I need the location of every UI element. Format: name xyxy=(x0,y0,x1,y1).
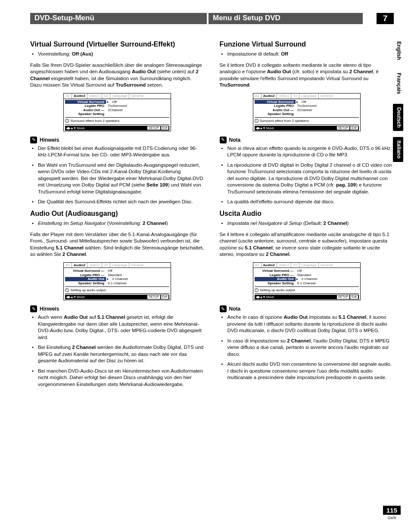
preset-line: Impostata nel Navigatore di Setup (Defau… xyxy=(220,220,394,227)
header-bar: DVD-Setup-Menü Menu di Setup DVD 7 xyxy=(30,13,394,24)
list-item: La qualità dell'effetto surround dipende… xyxy=(220,199,394,205)
header-title-left: DVD-Setup-Menü xyxy=(30,13,207,24)
note-list: Anche in caso di opzione Audio Out impos… xyxy=(220,314,394,381)
info-icon: i xyxy=(255,119,258,123)
list-item: Anche in caso di opzione Audio Out impos… xyxy=(220,314,394,334)
preset-line: Voreinstellung: Off (Aus) xyxy=(30,51,205,58)
language-tabs: English Français Deutsch Italiano xyxy=(393,38,403,162)
menu-tabs: A1Audio2Video1V2LanguageGeneral xyxy=(63,262,171,268)
note-list: Der Effekt bleibt bei einer Audiosignalq… xyxy=(30,145,205,205)
lang-tab-english[interactable]: English xyxy=(393,38,403,63)
setup-menu-screenshot: A1Audio2Video1V2LanguageGeneral Virtual … xyxy=(253,93,361,131)
lang-tab-deutsch[interactable]: Deutsch xyxy=(393,104,403,131)
nav-arrows-icon: ◀▶▲▼ xyxy=(255,295,265,299)
nav-arrows-icon: ◀▶▲▼ xyxy=(255,126,265,130)
note-list: Non si rileva alcun effetto quando la so… xyxy=(220,145,394,205)
chapter-number: 7 xyxy=(377,13,394,24)
menu-rows: Virtual Surround▸OffLegato PROTruSurroun… xyxy=(65,100,169,116)
info-icon: i xyxy=(255,288,258,292)
list-item: Der Effekt bleibt bei einer Audiosignalq… xyxy=(30,145,205,159)
list-item: La riproduzione di DVD digitali in Dolby… xyxy=(220,162,394,196)
column-german: Virtual Surround (Virtueller Surround-Ef… xyxy=(30,37,205,392)
paragraph: Falls Sie Ihren DVD-Spieler ausschließli… xyxy=(30,62,205,89)
section-title: Uscita Audio xyxy=(220,210,394,218)
paragraph: Falls der Player mit dem Verstärker über… xyxy=(30,231,205,258)
column-italian: Funzione Virtual Surround Impostazione d… xyxy=(220,37,394,392)
list-item: Die Qualität des Surround-Effekts richte… xyxy=(30,199,205,205)
info-icon: i xyxy=(65,288,69,292)
section-title: Funzione Virtual Surround xyxy=(220,40,394,48)
paragraph: Se il lettore DVD è collegato soltanto m… xyxy=(220,62,394,89)
page-number-badge: 115 Ge/It xyxy=(383,506,401,520)
note-icon: ✎ xyxy=(220,305,227,312)
note-list: Auch wenn Audio Out auf 5.1 Channel gese… xyxy=(30,314,205,388)
note-label: Nota xyxy=(229,306,241,312)
note-icon: ✎ xyxy=(30,305,37,312)
preset-line: Impostazione di default: Off xyxy=(220,51,394,58)
list-item: Alcuni dischi audio DVD non consentono l… xyxy=(220,361,394,381)
menu-rows: Virtual Surround —OffLegato PRO —Standar… xyxy=(255,269,359,285)
nav-arrows-icon: ◀▶▲▼ xyxy=(66,126,76,130)
menu-tabs: A1Audio2Video1V2LanguageGeneral xyxy=(63,93,171,99)
note-icon: ✎ xyxy=(30,137,37,143)
lang-tab-francais[interactable]: Français xyxy=(393,69,403,97)
list-item: Non si rileva alcun effetto quando la so… xyxy=(220,145,394,159)
list-item: Auch wenn Audio Out auf 5.1 Channel gese… xyxy=(30,314,205,341)
note-icon: ✎ xyxy=(220,137,227,143)
list-item: Bei Wahl von TruSurround wird der Digita… xyxy=(30,162,205,196)
note-label: Hinweis xyxy=(40,306,59,312)
list-item: In caso di impostazione su 2 Channel, l'… xyxy=(220,338,394,358)
info-icon: i xyxy=(65,119,69,123)
section-title: Audio Out (Audioausgang) xyxy=(30,210,205,218)
menu-rows: Virtual Surround —OffLegato PRO —Standar… xyxy=(65,269,169,285)
list-item: Bei Einstellung 2 Channel werden die Aud… xyxy=(30,344,205,364)
menu-tabs: A1Audio2Video1V2LanguageGeneral xyxy=(253,262,361,268)
header-title-mid: Menu di Setup DVD xyxy=(209,13,363,24)
setup-menu-screenshot: A1Audio2Video1V2LanguageGeneral Virtual … xyxy=(253,262,361,301)
setup-menu-screenshot: A1Audio2Video1V2LanguageGeneral Virtual … xyxy=(63,262,171,301)
list-item: Bei manchen DVD-Audio-Discs ist ein Heru… xyxy=(30,368,205,388)
paragraph: Se il lettore è collegato all'amplificat… xyxy=(220,231,394,258)
menu-rows: Virtual Surround▸OffLegato PROTruSurroun… xyxy=(255,100,359,116)
nav-arrows-icon: ◀▶▲▼ xyxy=(66,295,76,299)
note-label: Hinweis xyxy=(40,137,59,143)
lang-tab-italiano[interactable]: Italiano xyxy=(393,137,403,162)
menu-tabs: A1Audio2Video1V2LanguageGeneral xyxy=(253,93,361,99)
note-label: Nota xyxy=(229,137,241,143)
preset-line: Einstellung im Setup Navigator (Voreinst… xyxy=(30,220,205,227)
section-title: Virtual Surround (Virtueller Surround-Ef… xyxy=(30,40,205,48)
setup-menu-screenshot: A1Audio2Video1V2LanguageGeneral Virtual … xyxy=(63,93,171,131)
